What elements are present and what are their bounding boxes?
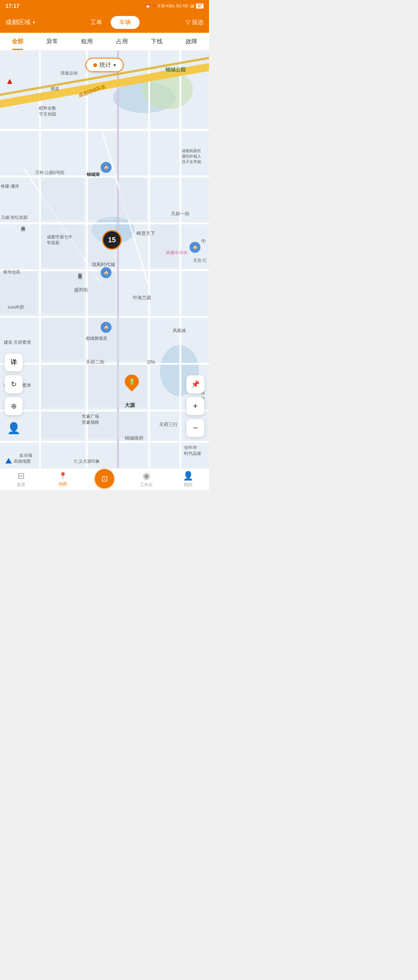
network-type: 5G HD	[176, 4, 188, 8]
alarm-icon: ⏰	[145, 4, 150, 8]
map-icon: 📍	[58, 472, 67, 480]
refresh-button[interactable]: ↻	[5, 375, 23, 393]
tab-fault[interactable]: 故障	[174, 33, 209, 50]
vehicle-single-marker[interactable]: 🔋	[125, 375, 139, 389]
nav-home-label: 首页	[17, 482, 25, 488]
avatar-button[interactable]: 👤	[5, 419, 23, 437]
svg-rect-16	[148, 51, 150, 468]
nav-map-label: 地图	[58, 481, 67, 487]
svg-rect-22	[41, 178, 83, 220]
nav-map[interactable]: 📍 地图	[42, 469, 83, 489]
map-label-tianjian: 铁建·澜岸	[1, 183, 19, 189]
map-marker-house-3[interactable]: 🏠	[101, 267, 112, 278]
nav-center[interactable]: ⊡	[83, 467, 125, 490]
chevron-down-icon: ▾	[113, 62, 116, 68]
workbench-icon: ◉	[143, 471, 150, 481]
location-button[interactable]: ⊕	[5, 397, 23, 415]
stats-dot-icon	[93, 63, 97, 67]
map-label-jianian: 佳年华时代晶座	[184, 445, 201, 457]
vehicle-tab[interactable]: 车辆	[111, 16, 140, 29]
statistics-button[interactable]: 统计 ▾	[85, 58, 124, 72]
svg-rect-14	[86, 51, 88, 468]
amap-logo: 高德地图	[5, 457, 31, 465]
filter-label: 筛选	[192, 19, 204, 26]
status-icons: ⏰ 📍 0.90 KB/s 5G HD 📶 87	[145, 4, 204, 9]
map-label-shihao: 世豪广场世豪瑞丽	[82, 414, 99, 426]
map-marker-house-4[interactable]: 🏠	[101, 322, 112, 333]
zoom-out-button[interactable]: −	[186, 419, 204, 437]
category-tabs: 全部 异常 租用 占用 下线 故障	[0, 33, 209, 51]
map-label-7school: 成都市第七中学高新	[47, 234, 73, 246]
status-bar: 17:17 ⏰ 📍 0.90 KB/s 5G HD 📶 87	[0, 0, 209, 12]
detail-button[interactable]: 详	[5, 353, 23, 371]
map-label-langsu: 浪速运动	[60, 70, 78, 76]
stats-label: 统计	[99, 61, 111, 69]
tab-offline[interactable]: 下线	[139, 33, 174, 50]
map-label-fuhua-road: 富华北路	[77, 269, 83, 272]
signal-icon: 📶	[190, 4, 195, 8]
pin-icon: 📌	[191, 380, 200, 389]
nav-workbench[interactable]: ◉ 工作台	[126, 469, 167, 490]
plus-icon: +	[193, 401, 198, 411]
tab-rent[interactable]: 租用	[70, 33, 104, 50]
qr-icon: ⊡	[101, 474, 108, 483]
map-marker-house-2[interactable]: 🏠	[190, 242, 200, 253]
zoom-in-button[interactable]: +	[186, 397, 204, 415]
map-label-penglinggu: 瞪羚谷数字文创园	[39, 105, 56, 117]
map-label-shengbang: 盛邦街	[74, 287, 88, 293]
crosshair-icon: ⊕	[11, 402, 17, 410]
svg-rect-12	[0, 441, 209, 443]
bottom-navigation: ⊟ 首页 📍 地图 ⊡ ◉ 工作台 👤 我的	[0, 468, 209, 490]
map-label-wanke: 万科·公园5号院	[35, 170, 64, 176]
svg-rect-6	[0, 176, 209, 178]
center-action-button[interactable]: ⊡	[95, 469, 114, 488]
map-label-tianfu2: 天府二街	[86, 359, 104, 366]
network-speed: 0.90 KB/s	[158, 4, 175, 8]
map-label-zhandao: 栈道	[51, 86, 59, 92]
filter-button[interactable]: ▽ 筛选	[186, 19, 204, 26]
svg-rect-11	[0, 410, 209, 412]
svg-rect-10	[0, 363, 209, 365]
map-area[interactable]: 统计 ▾ ▲ 浪速运动 栈道 锦城公园 瞪羚谷数字文创园 成都绕城高速 锦城湖 …	[0, 51, 209, 468]
region-label: 成都区域	[5, 18, 30, 27]
vehicle-cluster-marker[interactable]: 15	[102, 230, 122, 250]
map-marker-house-1[interactable]: 🏠	[101, 162, 112, 173]
svg-rect-28	[119, 178, 146, 220]
map-label-renyi: 仁义大源印象	[74, 458, 100, 464]
map-label-jinchenghu: 锦城湖	[87, 172, 99, 178]
amap-logo-icon	[5, 457, 12, 465]
chevron-down-icon: ▼	[32, 20, 36, 25]
nav-home[interactable]: ⊟ 首页	[0, 469, 42, 490]
map-label-tianfu3: 天府三行	[159, 421, 178, 428]
region-selector[interactable]: 成都区域 ▼	[5, 18, 36, 27]
tab-abnormal[interactable]: 异常	[35, 33, 69, 50]
map-label-ducheng: 都城雅颂居	[86, 336, 107, 341]
map-label-tianhe: 天合·汇	[193, 257, 207, 263]
status-time: 17:17	[5, 3, 19, 9]
svg-rect-34	[41, 365, 83, 407]
percent-label: 0%	[147, 359, 155, 365]
header: 成都区域 ▼ 工单 车辆 ▽ 筛选	[0, 12, 209, 33]
location-pin-button[interactable]: 📌	[186, 375, 204, 393]
map-label-zhong: 中	[201, 238, 206, 245]
nav-workbench-label: 工作台	[140, 482, 153, 488]
svg-rect-17	[179, 51, 181, 468]
svg-rect-31	[41, 318, 83, 360]
location-icon: 📍	[152, 4, 156, 8]
nav-mine[interactable]: 👤 我的	[167, 469, 209, 490]
map-label-icon-sj: icon尚郡	[8, 304, 24, 310]
map-label-jincheng: 锦城公园	[165, 66, 186, 73]
user-avatar-icon: 👤	[7, 422, 21, 435]
float-buttons-right: 📌 + −	[186, 375, 204, 437]
map-label-dayuan: 大源	[125, 402, 135, 409]
tab-all[interactable]: 全部	[0, 33, 35, 50]
workorder-tab[interactable]: 工单	[82, 16, 111, 29]
svg-rect-9	[0, 316, 209, 318]
svg-rect-35	[41, 412, 83, 439]
map-label-nanhua-jy: 南华佳苑	[3, 269, 20, 275]
map-label-tianfu1: 天府一街	[171, 211, 190, 217]
tab-occupy[interactable]: 占用	[104, 33, 139, 50]
refresh-icon: ↻	[11, 380, 17, 389]
amap-label: 高德地图	[14, 458, 31, 464]
map-label-nanhua-road: 南华路	[20, 222, 26, 225]
